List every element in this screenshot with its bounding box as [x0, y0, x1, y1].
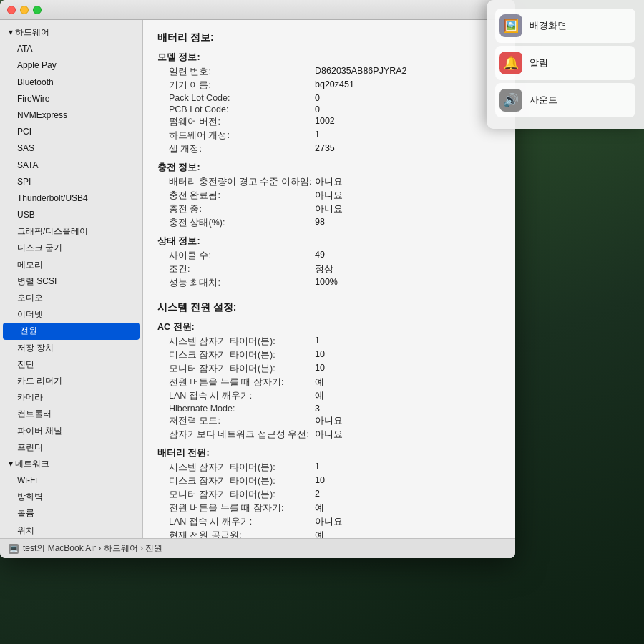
row-label: 모니터 잠자기 타이머(분): — [157, 363, 315, 375]
row-value: 아니요 — [315, 176, 501, 188]
table-row: Pack Lot Code:0 — [157, 92, 501, 104]
table-row: 모니터 잠자기 타이머(분):2 — [157, 488, 501, 502]
maximize-button[interactable] — [33, 6, 42, 14]
row-value: 0 — [315, 93, 501, 103]
row-label: Pack Lot Code: — [157, 93, 315, 103]
sidebar-item-disc[interactable]: 디스크 굽기 — [0, 240, 142, 256]
notif-sound-label: 사운드 — [530, 94, 557, 107]
row-value: 49 — [315, 250, 501, 262]
sidebar-group-hardware[interactable]: ▾ 하드웨어 — [0, 24, 142, 41]
sidebar-item-sata[interactable]: SATA — [0, 157, 142, 174]
sidebar-item-thunderbolt[interactable]: Thunderbolt/USB4 — [0, 190, 142, 207]
sidebar-item-volume[interactable]: 볼륨 — [0, 505, 142, 522]
window-content: ▾ 하드웨어 ATA Apple Pay Bluetooth FireWire … — [0, 20, 515, 538]
sidebar-item-wifi[interactable]: Wi-Fi — [0, 472, 142, 489]
sidebar-item-audio[interactable]: 오디오 — [0, 290, 142, 306]
row-label: 저전력 모드: — [157, 415, 315, 427]
sidebar-group-network[interactable]: ▾ 네트워크 — [0, 456, 142, 472]
path-bar: 💻 test의 MacBook Air › 하드웨어 › 전원 — [0, 538, 515, 558]
sidebar-item-parallel-scsi[interactable]: 병렬 SCSI — [0, 273, 142, 290]
table-row: LAN 접속 시 깨우기:아니요 — [157, 515, 501, 529]
row-label: 시스템 잠자기 타이머(분): — [157, 462, 315, 474]
row-label: 전원 버튼을 누를 때 잠자기: — [157, 502, 315, 514]
sidebar-item-firewire[interactable]: FireWire — [0, 91, 142, 107]
macbook-icon: 💻 — [9, 544, 19, 554]
sidebar-item-diagnostics[interactable]: 진단 — [0, 356, 142, 373]
row-value: 아니요 — [315, 415, 501, 427]
wallpaper-icon: 🖼️ — [499, 14, 522, 37]
row-label: 전원 버튼을 누를 때 잠자기: — [157, 376, 315, 389]
row-label: 충전 중: — [157, 203, 315, 215]
sidebar: ▾ 하드웨어 ATA Apple Pay Bluetooth FireWire … — [0, 20, 143, 538]
notif-wallpaper[interactable]: 🖼️ 배경화면 — [495, 9, 635, 43]
sidebar-item-location[interactable]: 위치 — [0, 522, 142, 538]
row-value: 아니요 — [315, 516, 501, 528]
table-row: 배터리 충전량이 경고 수준 이하임:아니요 — [157, 175, 501, 189]
row-label: 모니터 잠자기 타이머(분): — [157, 489, 315, 501]
table-row: 모니터 잠자기 타이머(분):10 — [157, 362, 501, 376]
sidebar-item-storage[interactable]: 저장 장치 — [0, 340, 142, 356]
row-label: 조건: — [157, 263, 315, 275]
sidebar-item-usb[interactable]: USB — [0, 207, 142, 223]
sidebar-item-bluetooth[interactable]: Bluetooth — [0, 74, 142, 91]
sidebar-item-nvmexpress[interactable]: NVMExpress — [0, 107, 142, 124]
ac-power-subtitle: AC 전원: — [157, 321, 501, 333]
table-row: LAN 접속 시 깨우기:예 — [157, 389, 501, 403]
row-value: 3 — [315, 404, 501, 414]
path-text: test의 MacBook Air › 하드웨어 › 전원 — [23, 542, 162, 555]
battery-power-subtitle: 배터리 전원: — [157, 447, 501, 459]
row-value: 아니요 — [315, 190, 501, 202]
row-label: 기기 이름: — [157, 79, 315, 92]
row-label: 펌웨어 버전: — [157, 116, 315, 128]
row-value: 아니요 — [315, 203, 501, 215]
sidebar-item-controller[interactable]: 컨트롤러 — [0, 406, 142, 422]
row-label: 디스크 잠자기 타이머(분): — [157, 475, 315, 487]
table-row: 충전 완료됨:아니요 — [157, 189, 501, 203]
row-value: 1 — [315, 130, 501, 142]
model-info-table: 일련 번호:D862035AB86PJYRA2기기 이름:bq20z451Pac… — [157, 65, 501, 156]
sidebar-item-spi[interactable]: SPI — [0, 174, 142, 190]
notif-notifications[interactable]: 🔔 알림 — [495, 46, 635, 80]
sidebar-item-printer[interactable]: 프린터 — [0, 439, 142, 456]
table-row: 잠자기보다 네트워크 접근성 우선:아니요 — [157, 428, 501, 441]
row-value: 98 — [315, 217, 501, 229]
sidebar-item-fiber[interactable]: 파이버 채널 — [0, 423, 142, 439]
row-value: 10 — [315, 349, 501, 361]
battery-info-title: 배터리 정보: — [157, 31, 501, 44]
battery-power-table: 시스템 잠자기 타이머(분):1디스크 잠자기 타이머(분):10모니터 잠자기… — [157, 461, 501, 538]
status-info-subtitle: 상태 정보: — [157, 235, 501, 248]
table-row: Hibernate Mode:3 — [157, 403, 501, 414]
sidebar-item-ethernet[interactable]: 이더넷 — [0, 306, 142, 323]
sidebar-item-camera[interactable]: 카메라 — [0, 389, 142, 406]
sidebar-item-sas[interactable]: SAS — [0, 140, 142, 157]
sidebar-item-card-reader[interactable]: 카드 리더기 — [0, 373, 142, 389]
notifications-icon: 🔔 — [499, 52, 522, 74]
sidebar-item-graphics[interactable]: 그래픽/디스플레이 — [0, 223, 142, 240]
table-row: 시스템 잠자기 타이머(분):1 — [157, 335, 501, 348]
close-button[interactable] — [7, 6, 16, 14]
row-value: 아니요 — [315, 429, 501, 441]
table-row: 충전 중:아니요 — [157, 203, 501, 216]
row-label: 사이클 수: — [157, 250, 315, 262]
table-row: 디스크 잠자기 타이머(분):10 — [157, 474, 501, 488]
sidebar-item-pci[interactable]: PCI — [0, 124, 142, 140]
sidebar-item-power[interactable]: 전원 — [3, 323, 140, 339]
notif-sound[interactable]: 🔊 사운드 — [495, 83, 635, 117]
table-row: 사이클 수:49 — [157, 249, 501, 263]
sidebar-item-apple-pay[interactable]: Apple Pay — [0, 57, 142, 74]
sidebar-item-firewall[interactable]: 방화벽 — [0, 489, 142, 505]
row-label: LAN 접속 시 깨우기: — [157, 516, 315, 528]
charge-info-table: 배터리 충전량이 경고 수준 이하임:아니요충전 완료됨:아니요충전 중:아니요… — [157, 175, 501, 230]
sidebar-item-ata[interactable]: ATA — [0, 41, 142, 57]
minimize-button[interactable] — [20, 6, 29, 14]
row-label: Hibernate Mode: — [157, 404, 315, 414]
row-label: 시스템 잠자기 타이머(분): — [157, 336, 315, 348]
table-row: 일련 번호:D862035AB86PJYRA2 — [157, 65, 501, 79]
row-label: 성능 최대치: — [157, 277, 315, 289]
row-label: PCB Lot Code: — [157, 104, 315, 114]
row-value: 10 — [315, 363, 501, 375]
sidebar-item-memory[interactable]: 메모리 — [0, 257, 142, 273]
system-info-window: ▾ 하드웨어 ATA Apple Pay Bluetooth FireWire … — [0, 0, 515, 558]
row-value: D862035AB86PJYRA2 — [315, 66, 501, 78]
table-row: 펌웨어 버전:1002 — [157, 115, 501, 129]
